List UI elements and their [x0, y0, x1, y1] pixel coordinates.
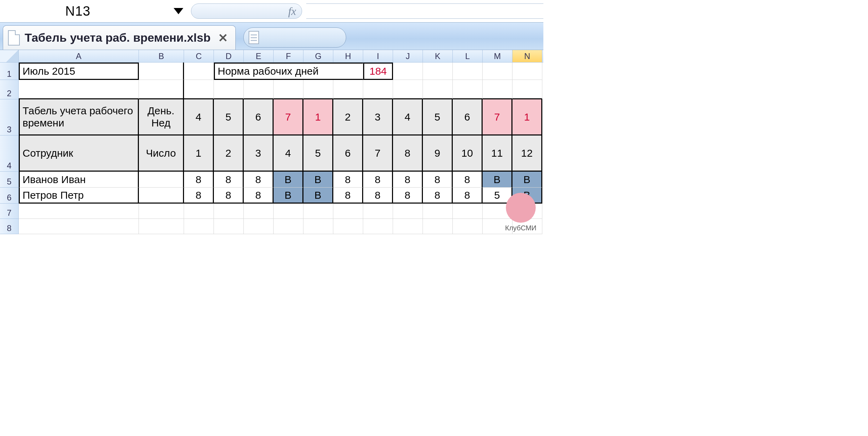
insert-function-button[interactable]: fx — [191, 3, 302, 19]
table-title-cell[interactable]: Табель учета рабочего времени — [19, 99, 139, 135]
cell[interactable] — [139, 219, 184, 234]
cell[interactable] — [423, 80, 453, 99]
column-header-E[interactable]: E — [244, 50, 274, 62]
cell[interactable] — [303, 219, 333, 234]
cell[interactable] — [483, 80, 512, 99]
cell[interactable] — [139, 63, 184, 80]
timesheet-cell[interactable]: 8 — [363, 172, 393, 188]
cell[interactable] — [453, 219, 483, 234]
cell[interactable] — [393, 80, 423, 99]
cell[interactable] — [184, 63, 214, 80]
date-cell[interactable]: 11 — [483, 135, 512, 172]
date-cell[interactable]: 12 — [512, 135, 542, 172]
cell[interactable] — [363, 80, 393, 99]
name-box[interactable]: N13 — [4, 2, 169, 20]
timesheet-cell[interactable]: 8 — [393, 188, 423, 204]
workbook-tab-active[interactable]: Табель учета раб. времени.xlsb ✕ — [3, 25, 236, 50]
timesheet-cell[interactable]: 8 — [333, 188, 363, 204]
cell[interactable] — [393, 204, 423, 219]
cell[interactable] — [139, 80, 184, 99]
timesheet-cell[interactable]: 8 — [333, 172, 363, 188]
cell[interactable] — [244, 80, 274, 99]
date-cell[interactable]: 6 — [333, 135, 363, 172]
cell[interactable] — [184, 204, 214, 219]
day-of-week-cell[interactable]: 4 — [393, 99, 423, 135]
date-cell[interactable]: 7 — [363, 135, 393, 172]
column-header-I[interactable]: I — [363, 50, 393, 62]
formula-input[interactable] — [306, 3, 543, 19]
timesheet-cell[interactable]: В — [274, 172, 303, 188]
cell[interactable] — [512, 63, 542, 80]
column-header-L[interactable]: L — [453, 50, 483, 62]
cell[interactable] — [453, 63, 483, 80]
row-header[interactable]: 4 — [0, 135, 19, 172]
timesheet-cell[interactable]: 8 — [184, 172, 214, 188]
cell[interactable] — [19, 219, 139, 234]
column-header-F[interactable]: F — [274, 50, 303, 62]
cell[interactable] — [19, 204, 139, 219]
cell[interactable] — [333, 80, 363, 99]
cell[interactable] — [363, 204, 393, 219]
day-of-week-cell[interactable]: 7 — [483, 99, 512, 135]
cell[interactable] — [214, 80, 244, 99]
column-header-K[interactable]: K — [423, 50, 453, 62]
day-of-week-label-cell[interactable]: День. Нед — [139, 99, 184, 135]
cell[interactable] — [393, 63, 423, 80]
cell[interactable] — [139, 204, 184, 219]
day-of-week-cell[interactable]: 1 — [303, 99, 333, 135]
timesheet-cell[interactable]: В — [483, 172, 512, 188]
timesheet-cell[interactable]: 8 — [423, 172, 453, 188]
close-icon[interactable]: ✕ — [218, 31, 228, 45]
day-of-week-cell[interactable]: 2 — [333, 99, 363, 135]
cell[interactable] — [214, 219, 244, 234]
norm-hours-label-cell[interactable]: Норма рабочих дней — [214, 63, 363, 80]
timesheet-cell[interactable]: 8 — [214, 188, 244, 204]
cell[interactable] — [423, 204, 453, 219]
day-of-week-cell[interactable]: 6 — [453, 99, 483, 135]
timesheet-cell[interactable]: В — [512, 172, 542, 188]
cell[interactable] — [244, 219, 274, 234]
norm-hours-value-cell[interactable]: 184 — [363, 63, 393, 80]
date-cell[interactable]: 3 — [244, 135, 274, 172]
cell[interactable] — [303, 204, 333, 219]
day-of-week-cell[interactable]: 5 — [214, 99, 244, 135]
column-header-A[interactable]: A — [19, 50, 139, 62]
day-of-week-cell[interactable]: 6 — [244, 99, 274, 135]
cell[interactable] — [184, 80, 214, 99]
new-workbook-button[interactable] — [243, 27, 346, 48]
day-of-week-cell[interactable]: 7 — [274, 99, 303, 135]
column-header-G[interactable]: G — [303, 50, 333, 62]
cell[interactable] — [184, 219, 214, 234]
timesheet-cell[interactable]: 8 — [244, 188, 274, 204]
date-cell[interactable]: 4 — [274, 135, 303, 172]
cell[interactable] — [333, 219, 363, 234]
row-header[interactable]: 6 — [0, 188, 19, 204]
cell[interactable] — [512, 80, 542, 99]
cell[interactable] — [214, 204, 244, 219]
timesheet-cell[interactable]: 8 — [453, 188, 483, 204]
employee-name-cell[interactable]: Петров Петр — [19, 188, 139, 204]
day-of-week-cell[interactable]: 4 — [184, 99, 214, 135]
column-header-D[interactable]: D — [214, 50, 244, 62]
column-header-M[interactable]: M — [483, 50, 512, 62]
date-cell[interactable]: 1 — [184, 135, 214, 172]
timesheet-cell[interactable]: 8 — [244, 172, 274, 188]
cell[interactable] — [453, 204, 483, 219]
cell[interactable] — [274, 219, 303, 234]
column-header-H[interactable]: H — [333, 50, 363, 62]
employee-label-cell[interactable]: Сотрудник — [19, 135, 139, 172]
timesheet-cell[interactable]: 8 — [423, 188, 453, 204]
column-header-N[interactable]: N — [512, 50, 542, 62]
cell[interactable] — [453, 80, 483, 99]
row-header[interactable]: 2 — [0, 80, 19, 99]
timesheet-cell[interactable]: 8 — [453, 172, 483, 188]
row-header[interactable]: 8 — [0, 219, 19, 234]
timesheet-cell[interactable]: В — [303, 188, 333, 204]
day-of-week-cell[interactable]: 5 — [423, 99, 453, 135]
timesheet-cell[interactable]: 8 — [214, 172, 244, 188]
column-header-J[interactable]: J — [393, 50, 423, 62]
employee-name-cell[interactable]: Иванов Иван — [19, 172, 139, 188]
cell[interactable] — [483, 63, 512, 80]
row-header[interactable]: 7 — [0, 204, 19, 219]
timesheet-cell[interactable]: 8 — [363, 188, 393, 204]
